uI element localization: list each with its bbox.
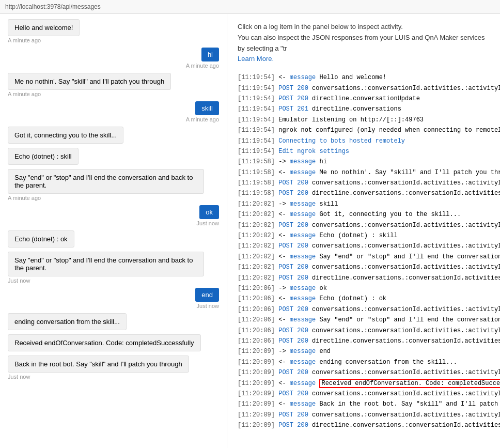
log-message-link[interactable]: message	[290, 200, 316, 208]
log-line: [11:20:06] <- message Say "end" or "stop…	[238, 315, 490, 325]
bot-bubble: Say "end" or "stop" and I'll end the con…	[8, 252, 204, 276]
log-message-link[interactable]: message	[290, 359, 316, 366]
user-bubble: skill	[195, 101, 219, 115]
message-timestamp: A minute ago	[8, 91, 41, 97]
log-line: [11:20:02] POST 200 conversations.:conve…	[238, 241, 490, 251]
log-line: [11:19:54] Edit ngrok settings	[238, 146, 490, 157]
log-post200-link[interactable]: POST 200	[278, 390, 308, 397]
chat-message: hiA minute ago	[8, 48, 219, 69]
log-line: [11:20:09] POST 200 conversations.:conve…	[238, 410, 490, 420]
log-line: [11:19:54] POST 201 directline.conversat…	[238, 104, 490, 114]
log-post200-link[interactable]: POST 200	[278, 306, 308, 313]
log-message-link[interactable]: message	[290, 400, 316, 408]
log-message-link[interactable]: message	[290, 211, 316, 218]
bot-bubble: Hello and welcome!	[8, 19, 80, 36]
log-message-link[interactable]: message	[290, 232, 316, 239]
log-post200-link[interactable]: POST 200	[278, 179, 308, 187]
chat-message: skillA minute ago	[8, 101, 219, 122]
log-line: [11:20:02] POST 200 directline.conversat…	[238, 273, 490, 283]
log-message-link[interactable]: message	[290, 169, 316, 176]
chat-message: okJust now	[8, 205, 219, 226]
log-post200-link[interactable]: POST 200	[278, 264, 308, 271]
chat-message: endJust now	[8, 288, 219, 309]
log-message-highlight-link[interactable]: message	[290, 380, 316, 387]
chat-message: Say "end" or "stop" and I'll end the con…	[8, 252, 219, 284]
log-line: [11:20:06] POST 200 directline.conversat…	[238, 336, 490, 346]
message-timestamp: Just now	[197, 303, 219, 309]
user-bubble: hi	[201, 48, 219, 61]
log-message-link[interactable]: message	[290, 74, 316, 81]
message-timestamp: A minute ago	[186, 116, 219, 122]
bot-bubble: Say "end" or "stop" and I'll end the con…	[8, 169, 204, 194]
message-timestamp: A minute ago	[8, 37, 41, 43]
log-line: [11:20:09] -> message end	[238, 346, 490, 357]
log-post200-link[interactable]: POST 200	[278, 274, 308, 282]
log-line: [11:19:54] Connecting to bots hosted rem…	[238, 136, 490, 146]
log-line: [11:20:02] <- message Got it, connecting…	[238, 209, 490, 220]
bot-bubble: ending conversation from the skill...	[8, 313, 127, 330]
log-message-link[interactable]: message	[290, 158, 316, 165]
log-message-link[interactable]: message	[290, 253, 316, 260]
log-line: [11:19:54] Emulator listening on http://…	[238, 115, 490, 125]
log-line: [11:20:09] <- message ending conversatio…	[238, 357, 490, 367]
log-line: [11:20:06] <- message Echo (dotnet) : ok	[238, 293, 490, 304]
log-line: [11:20:09] <- message Received endOfConv…	[238, 378, 490, 389]
log-line: [11:19:58] POST 200 conversations.:conve…	[238, 178, 490, 188]
log-line: [11:19:54] POST 200 directline.conversat…	[238, 94, 490, 104]
log-line: [11:20:09] POST 200 conversations.:conve…	[238, 389, 490, 399]
log-post200-link[interactable]: POST 200	[278, 242, 308, 250]
log-line: [11:19:58] -> message hi	[238, 157, 490, 167]
log-line: [11:20:06] POST 200 conversations.:conve…	[238, 304, 490, 315]
log-message-link[interactable]: message	[290, 295, 316, 302]
log-post200-link[interactable]: POST 200	[278, 422, 308, 429]
chat-message: Me no nothin'. Say "skill" and I'll patc…	[8, 73, 219, 97]
log-line: [11:20:09] POST 200 directline.conversat…	[238, 420, 490, 430]
log-line: [11:20:06] POST 200 conversations.:conve…	[238, 326, 490, 336]
log-post200-link[interactable]: POST 200	[278, 327, 308, 334]
log-line: [11:19:54] POST 200 conversations.:conve…	[238, 83, 490, 94]
log-intro1: Click on a log item in the panel below t…	[238, 22, 490, 33]
log-post200-link[interactable]: POST 200	[278, 222, 308, 229]
log-post200-link[interactable]: POST 200	[278, 190, 308, 197]
message-timestamp: A minute ago	[186, 63, 219, 69]
bot-bubble: Received endOfConversation. Code: comple…	[8, 334, 201, 351]
log-line: [11:19:58] POST 200 directline.conversat…	[238, 188, 490, 198]
log-line: [11:20:02] POST 200 conversations.:conve…	[238, 262, 490, 272]
log-line: [11:20:02] <- message Echo (dotnet) : sk…	[238, 230, 490, 241]
bot-bubble: Me no nothin'. Say "skill" and I'll patc…	[8, 73, 171, 90]
log-message-link[interactable]: message	[290, 316, 316, 323]
bot-bubble: Echo (dotnet) : ok	[8, 230, 74, 248]
log-post200-link[interactable]: POST 200	[278, 411, 308, 419]
bot-bubble: Got it, connecting you to the skill...	[8, 127, 123, 144]
log-post200-link[interactable]: POST 200	[278, 85, 308, 92]
log-line: [11:19:54] ngrok not configured (only ne…	[238, 125, 490, 135]
log-message-link[interactable]: message	[290, 348, 316, 355]
log-post200-link[interactable]: POST 200	[278, 95, 308, 102]
message-timestamp: A minute ago	[8, 195, 41, 201]
chat-message: Say "end" or "stop" and I'll end the con…	[8, 169, 219, 201]
learn-more-link[interactable]: Learn More.	[238, 55, 274, 63]
log-line: [11:19:54] <- message Hello and welcome!	[238, 72, 490, 83]
log-link-item[interactable]: Connecting to bots hosted remotely	[278, 137, 405, 145]
message-timestamp: Just now	[197, 220, 219, 226]
log-post200-link[interactable]: POST 200	[278, 337, 308, 345]
bot-bubble: Back in the root bot. Say "skill" and I'…	[8, 356, 189, 373]
user-bubble: end	[195, 288, 219, 302]
log-panel: Click on a log item in the panel below t…	[227, 14, 500, 448]
chat-message: Back in the root bot. Say "skill" and I'…	[8, 356, 219, 380]
chat-message: Received endOfConversation. Code: comple…	[8, 334, 219, 351]
log-header: Click on a log item in the panel below t…	[238, 22, 490, 65]
user-bubble: ok	[199, 205, 219, 219]
log-link-item[interactable]: Edit ngrok settings	[278, 148, 349, 155]
log-line: [11:19:58] <- message Me no nothin'. Say…	[238, 167, 490, 178]
log-post200-link[interactable]: POST 200	[278, 369, 308, 376]
bot-bubble: Echo (dotnet) : skill	[8, 148, 79, 165]
log-entries: [11:19:54] <- message Hello and welcome!…	[238, 72, 490, 430]
log-line: [11:20:09] <- message Back in the root b…	[238, 399, 490, 409]
log-line: [11:20:02] <- message Say "end" or "stop…	[238, 252, 490, 262]
log-message-link[interactable]: message	[290, 285, 316, 292]
log-post201-link[interactable]: POST 201	[278, 105, 308, 113]
main-content: Hello and welcome!A minute agohiA minute…	[0, 14, 500, 448]
chat-panel: Hello and welcome!A minute agohiA minute…	[0, 14, 227, 448]
chat-message: Echo (dotnet) : ok	[8, 230, 219, 248]
